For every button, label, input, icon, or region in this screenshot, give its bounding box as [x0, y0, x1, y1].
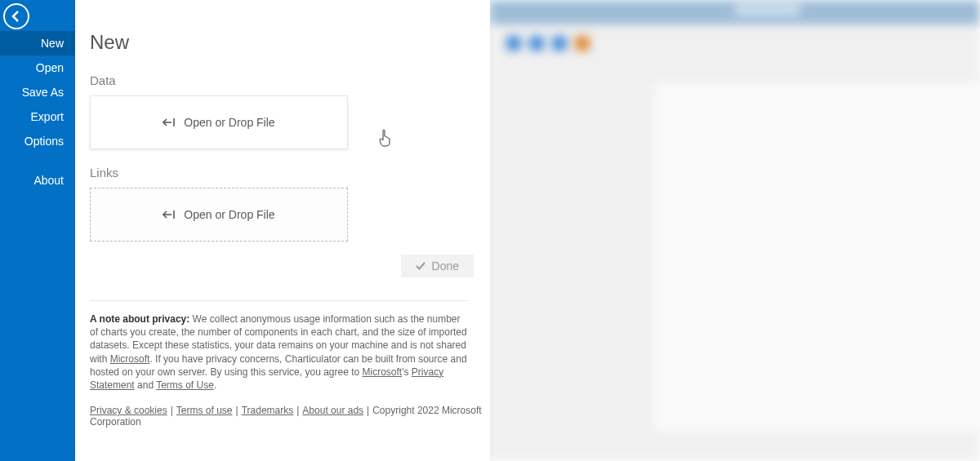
link-microsoft[interactable]: Microsoft [363, 366, 403, 378]
footer-link-about-ads[interactable]: About our ads [302, 405, 363, 416]
done-button[interactable]: Done [401, 255, 474, 277]
section-label-links: Links [90, 166, 490, 180]
sidebar-primary-items: New Open Save As Export Options [0, 31, 75, 153]
done-button-label: Done [432, 259, 459, 273]
separator [90, 300, 467, 301]
sidebar-secondary-items: About [0, 168, 75, 193]
dropzone-label: Open or Drop File [184, 208, 274, 221]
sidebar-item-label: About [33, 174, 64, 187]
sidebar-item-label: New [41, 37, 64, 50]
new-document-panel: New Data Open or Drop File Links Open or… [75, 0, 490, 461]
data-dropzone[interactable]: Open or Drop File [90, 95, 348, 149]
sidebar-item-open[interactable]: Open [0, 55, 75, 80]
footer-link-terms[interactable]: Terms of use [176, 405, 233, 416]
import-icon [163, 209, 177, 220]
sidebar-item-export[interactable]: Export [0, 104, 75, 129]
sidebar-item-label: Export [31, 110, 64, 123]
sidebar-item-options[interactable]: Options [0, 129, 75, 153]
link-terms-of-use[interactable]: Terms of Use [156, 379, 214, 391]
sidebar-item-new[interactable]: New [0, 31, 75, 55]
import-icon [163, 117, 177, 128]
privacy-text: 's [402, 366, 412, 378]
check-icon [416, 261, 425, 271]
background-app-blurred [490, 0, 980, 461]
pointer-cursor-icon [377, 129, 392, 147]
done-row: Done [90, 255, 474, 277]
arrow-left-icon [10, 10, 23, 23]
footer-link-privacy-cookies[interactable]: Privacy & cookies [90, 405, 167, 416]
privacy-note: A note about privacy: We collect anonymo… [90, 313, 467, 392]
sidebar-item-save-as[interactable]: Save As [0, 80, 75, 104]
file-menu-sidebar: New Open Save As Export Options About [0, 0, 75, 461]
sidebar-item-label: Open [36, 61, 64, 74]
section-label-data: Data [90, 73, 490, 87]
privacy-heading: A note about privacy: [90, 313, 189, 325]
page-title: New [90, 31, 490, 54]
link-microsoft[interactable]: Microsoft [110, 353, 150, 365]
footer-link-trademarks[interactable]: Trademarks [242, 405, 294, 416]
dropzone-label: Open or Drop File [184, 116, 274, 129]
back-button[interactable] [3, 3, 29, 29]
links-dropzone[interactable]: Open or Drop File [90, 188, 348, 242]
privacy-text: . [214, 379, 216, 391]
sidebar-item-label: Save As [22, 86, 64, 99]
privacy-text: and [135, 379, 156, 391]
footer-links: Privacy & cookies|Terms of use|Trademark… [90, 405, 490, 428]
sidebar-item-label: Options [24, 135, 64, 148]
sidebar-item-about[interactable]: About [0, 168, 75, 193]
